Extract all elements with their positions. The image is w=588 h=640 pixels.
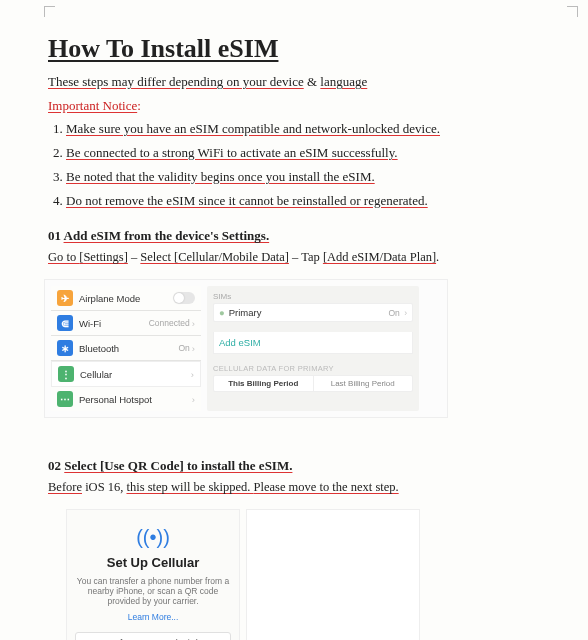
row-airplane: ✈Airplane Mode bbox=[51, 286, 201, 311]
billing-tabs[interactable]: This Billing Period Last Billing Period bbox=[213, 375, 413, 392]
cellular-detail: SIMs ●PrimaryOn › Add eSIM CELLULAR DATA… bbox=[207, 286, 419, 411]
blank-panel bbox=[246, 509, 420, 640]
page-title: How To Install eSIM bbox=[48, 34, 548, 64]
bluetooth-icon: ∗ bbox=[57, 340, 73, 356]
notice-list: Make sure you have an eSIM compatible an… bbox=[66, 120, 548, 210]
important-notice: Important Notice: bbox=[48, 98, 548, 114]
hotspot-icon: ⋯ bbox=[57, 391, 73, 407]
row-wifi: ⋐Wi-FiConnected› bbox=[51, 311, 201, 336]
step2-heading: 02 Select [Use QR Code] to install the e… bbox=[48, 458, 548, 474]
airplane-icon: ✈ bbox=[57, 290, 73, 306]
learn-more-link[interactable]: Learn More... bbox=[73, 612, 233, 622]
row-bluetooth: ∗BluetoothOn› bbox=[51, 336, 201, 361]
primary-sim[interactable]: ●PrimaryOn › bbox=[213, 303, 413, 322]
setup-cellular-panel: ((•)) Set Up Cellular You can transfer a… bbox=[66, 509, 240, 640]
intro-line: These steps may differ depending on your… bbox=[48, 74, 548, 90]
add-esim-link[interactable]: Add eSIM bbox=[213, 332, 413, 354]
row-cellular[interactable]: ⋮Cellular› bbox=[51, 361, 201, 387]
cellular-wave-icon: ((•)) bbox=[73, 526, 233, 549]
cellular-icon: ⋮ bbox=[58, 366, 74, 382]
row-hotspot: ⋯Personal Hotspot› bbox=[51, 387, 201, 411]
wifi-icon: ⋐ bbox=[57, 315, 73, 331]
crop-mark-right bbox=[567, 6, 578, 17]
notice-3: Be noted that the validity begins once y… bbox=[66, 168, 548, 187]
settings-panel: ✈Airplane Mode ⋐Wi-FiConnected› ∗Bluetoo… bbox=[51, 286, 201, 411]
crop-mark-left bbox=[44, 6, 55, 17]
notice-1: Make sure you have an eSIM compatible an… bbox=[66, 120, 548, 139]
step2-sub: Before iOS 16, this step will be skipped… bbox=[48, 480, 548, 495]
transfer-option[interactable]: ▭Transfer From Nearby iPhone bbox=[75, 632, 231, 640]
notice-4: Do not remove the eSIM since it cannot b… bbox=[66, 192, 548, 211]
step2-screenshot: ((•)) Set Up Cellular You can transfer a… bbox=[66, 509, 548, 640]
step1-sub: Go to [Settings] – Select [Cellular/Mobi… bbox=[48, 250, 548, 265]
step1-screenshot: ✈Airplane Mode ⋐Wi-FiConnected› ∗Bluetoo… bbox=[44, 279, 448, 418]
notice-2: Be connected to a strong WiFi to activat… bbox=[66, 144, 548, 163]
airplane-toggle[interactable] bbox=[173, 292, 195, 304]
step1-heading: 01 Add eSIM from the device's Settings. bbox=[48, 228, 548, 244]
